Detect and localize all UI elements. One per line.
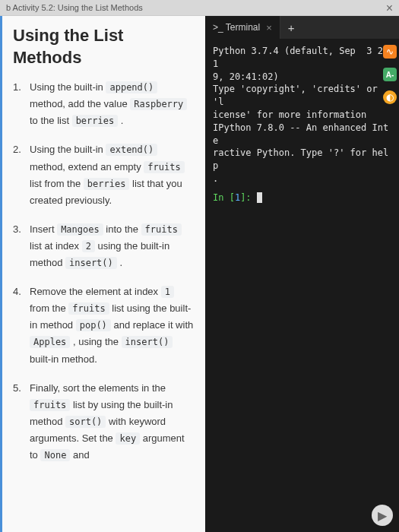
- terminal-line: .: [213, 173, 391, 185]
- code-inline: fruits: [141, 223, 182, 236]
- terminal-line: IPython 7.8.0 -- An enhanced Inte: [213, 122, 391, 147]
- code-inline: None: [40, 449, 70, 461]
- code-inline: key: [116, 432, 140, 445]
- step-item: 1.Using the built-in append() method, ad…: [13, 79, 195, 129]
- breadcrumb: b Activity 5.2: Using the List Methods: [0, 0, 399, 16]
- code-inline: fruits: [30, 399, 70, 411]
- rss-icon[interactable]: ∿: [383, 45, 397, 59]
- tab-add-button[interactable]: +: [280, 16, 302, 39]
- code-inline: fruits: [68, 302, 109, 315]
- step-body: Using the built-in extend() method, exte…: [30, 141, 195, 208]
- code-inline: extend(): [106, 144, 157, 156]
- terminal-prompt[interactable]: In [1]:: [213, 192, 391, 204]
- steps-list: 1.Using the built-in append() method, ad…: [13, 79, 195, 464]
- code-inline: pop(): [76, 319, 111, 331]
- code-inline: append(): [106, 81, 157, 93]
- close-icon[interactable]: ×: [386, 2, 393, 15]
- tab-bar: >_ Terminal × +: [205, 16, 399, 39]
- terminal-line: Type 'copyright', 'credits' or 'l: [213, 83, 391, 109]
- cursor: [257, 192, 262, 203]
- terminal-line: 9, 20:41:02): [213, 71, 391, 84]
- terminal-line: Python 3.7.4 (default, Sep 3 201: [213, 45, 391, 71]
- code-inline: insert(): [65, 257, 117, 269]
- terminal-line: icense' for more information: [213, 109, 391, 122]
- code-inline: Raspberry: [130, 98, 187, 110]
- step-body: Using the built-in append() method, add …: [30, 79, 195, 129]
- code-inline: berries: [84, 178, 130, 190]
- code-inline: Apples: [30, 336, 70, 348]
- code-inline: Mangoes: [57, 223, 103, 236]
- chrome-icon[interactable]: ◐: [383, 90, 397, 104]
- step-item: 3.Insert Mangoes into the fruits list at…: [13, 221, 195, 271]
- tab-terminal[interactable]: >_ Terminal ×: [205, 16, 280, 39]
- terminal-line: ractive Python. Type '?' for help: [213, 147, 391, 173]
- step-body: Remove the element at index 1 from the f…: [30, 283, 195, 367]
- code-inline: berries: [72, 115, 119, 127]
- step-number: 2.: [13, 141, 27, 208]
- step-item: 2.Using the built-in extend() method, ex…: [13, 141, 195, 208]
- step-number: 3.: [13, 221, 27, 271]
- step-number: 4.: [13, 283, 27, 367]
- code-inline: 1: [161, 286, 174, 298]
- step-item: 4.Remove the element at index 1 from the…: [13, 283, 195, 367]
- play-button[interactable]: ▶: [372, 505, 393, 526]
- step-number: 5.: [13, 380, 27, 464]
- step-body: Finally, sort the elements in the fruits…: [30, 380, 195, 464]
- instructions-panel: Using the List Methods 1.Using the built…: [0, 16, 205, 532]
- terminal-panel: >_ Terminal × + Python 3.7.4 (default, S…: [205, 16, 399, 532]
- step-body: Insert Mangoes into the fruits list at i…: [30, 221, 195, 271]
- code-inline: insert(): [122, 336, 173, 348]
- page-title: Using the List Methods: [13, 25, 195, 68]
- step-item: 5.Finally, sort the elements in the frui…: [13, 380, 195, 464]
- code-inline: fruits: [144, 161, 184, 173]
- tab-label: >_ Terminal: [213, 22, 260, 33]
- step-number: 1.: [13, 79, 27, 129]
- code-inline: sort(): [65, 416, 106, 428]
- terminal-output[interactable]: Python 3.7.4 (default, Sep 3 2019, 20:41…: [205, 39, 399, 532]
- code-inline: 2: [82, 240, 95, 252]
- tab-close-icon[interactable]: ×: [266, 22, 272, 33]
- accessibility-icon[interactable]: A-: [383, 68, 397, 81]
